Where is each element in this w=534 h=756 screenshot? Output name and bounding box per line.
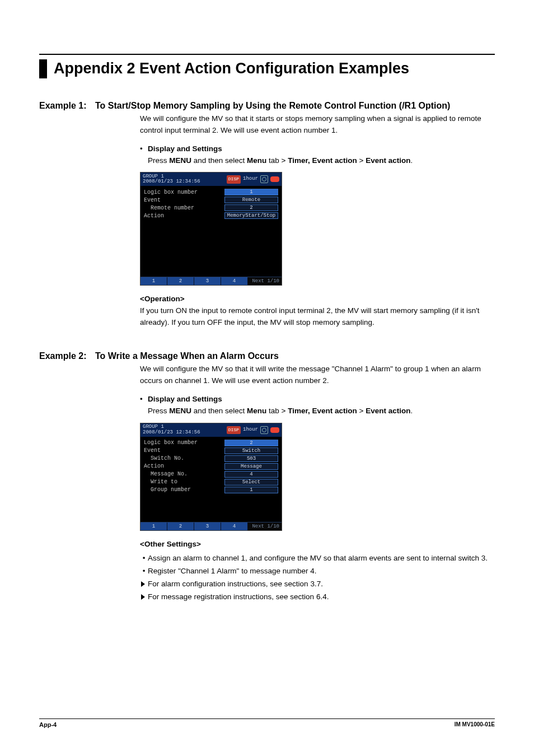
- ex2-tab-2: 2: [167, 522, 194, 530]
- ex2-other-item-4: For message registration instructions, s…: [148, 591, 329, 603]
- ex2-switch-no-value: S03: [224, 455, 278, 462]
- disc-icon: [260, 426, 268, 434]
- ex2-scr-time: 1hour: [243, 426, 258, 434]
- example1-title: To Start/Stop Memory Sampling by Using t…: [95, 101, 495, 111]
- ex2-message-no-value: 4: [224, 471, 278, 478]
- ex2-event-value: Switch: [224, 447, 278, 454]
- disp-badge-icon: DISP: [227, 426, 241, 434]
- ex1-operation-heading: <Operation>: [140, 293, 495, 305]
- page-number: App-4: [39, 721, 57, 728]
- ex1-remote-number-value: 2: [224, 204, 278, 211]
- ex2-other-item-2: Register "Channel 1 Alarm" to message nu…: [148, 566, 316, 577]
- ex1-tab-2: 2: [167, 277, 194, 285]
- ex2-write-to-value: Select: [224, 479, 278, 486]
- ex2-action-value: Message: [224, 463, 278, 470]
- example1-label: Example 1:: [39, 101, 95, 111]
- ex1-action-value: MemoryStart/Stop: [224, 212, 278, 219]
- disc-icon: [260, 175, 268, 183]
- triangle-icon: [140, 578, 148, 590]
- triangle-icon: [140, 591, 148, 603]
- ex1-tab-1: 1: [140, 277, 167, 285]
- ex2-press-line: Press MENU and then select Menu tab > Ti…: [148, 405, 495, 417]
- record-icon: [270, 427, 279, 433]
- disp-badge-icon: DISP: [227, 175, 241, 183]
- ex1-device-screenshot: GROUP 1 2008/01/23 12:34:56 DISP 1hour L…: [140, 172, 282, 286]
- bullet-icon: •: [140, 566, 148, 577]
- ex1-action-label: Action: [144, 212, 224, 221]
- ex1-tab-4: 4: [221, 277, 248, 285]
- ex1-press-line: Press MENU and then select Menu tab > Ti…: [148, 155, 495, 167]
- title-bar-icon: [39, 59, 47, 78]
- ex1-logic-value: 1: [224, 189, 278, 195]
- ex2-display-settings-heading: Display and Settings: [148, 394, 222, 405]
- ex2-tab-4: 4: [221, 522, 248, 530]
- example2-intro: We will configure the MV so that it will…: [140, 363, 495, 387]
- example2-title: To Write a Message When an Alarm Occurs: [95, 351, 495, 361]
- ex1-scr-time: 1hour: [243, 175, 258, 183]
- ex1-scr-timestamp: 2008/01/23 12:34:56: [143, 179, 200, 184]
- ex1-operation-text: If you turn ON the input to remote contr…: [140, 305, 495, 329]
- ex2-group-number-label: Group number: [144, 486, 224, 494]
- heading-rule: [39, 54, 495, 55]
- ex2-next-indicator: Next 1/10: [248, 522, 282, 530]
- bullet-icon: •: [140, 553, 148, 564]
- manual-id: IM MV1000-01E: [455, 721, 495, 728]
- ex2-tab-3: 3: [194, 522, 221, 530]
- ex1-event-value: Remote: [224, 197, 278, 203]
- page-title: Appendix 2 Event Action Configuration Ex…: [54, 59, 409, 78]
- ex2-other-item-3: For alarm configuration instructions, se…: [148, 578, 323, 590]
- ex2-group-number-value: 1: [224, 487, 278, 493]
- ex2-device-screenshot: GROUP 1 2008/01/23 12:34:56 DISP 1hour L…: [140, 423, 282, 531]
- ex2-tab-1: 1: [140, 522, 167, 530]
- record-icon: [270, 176, 279, 182]
- ex2-other-item-1: Assign an alarm to channel 1, and config…: [148, 553, 488, 564]
- ex1-next-indicator: Next 1/10: [248, 277, 282, 285]
- example2-label: Example 2:: [39, 351, 95, 361]
- ex2-scr-timestamp: 2008/01/23 12:34:56: [143, 430, 200, 435]
- ex2-other-settings-heading: <Other Settings>: [140, 539, 495, 550]
- example1-intro: We will configure the MV so that it star…: [140, 113, 495, 137]
- ex2-logic-value: 2: [224, 440, 278, 446]
- ex1-display-settings-heading: Display and Settings: [148, 143, 222, 155]
- ex1-tab-3: 3: [194, 277, 221, 285]
- bullet-icon: •: [140, 394, 148, 405]
- bullet-icon: •: [140, 143, 148, 155]
